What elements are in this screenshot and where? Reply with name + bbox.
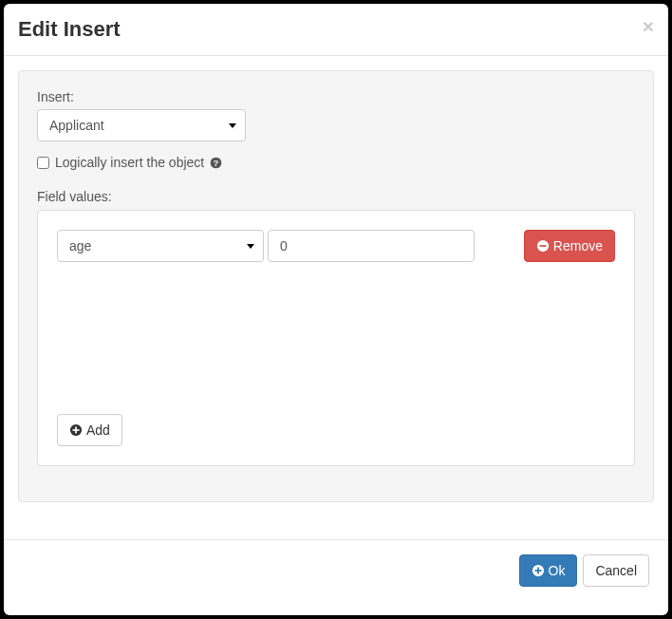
svg-rect-3 [539,245,546,247]
form-well: Insert: Applicant Logically insert the o… [18,70,654,502]
close-button[interactable]: × [643,16,654,36]
plus-circle-icon [69,423,83,437]
field-value-row: age Remove [57,230,615,262]
plus-circle-icon [532,564,545,577]
remove-button-label: Remove [553,236,603,255]
ok-button[interactable]: Ok [519,554,578,587]
field-value-input[interactable] [268,230,475,262]
insert-select[interactable]: Applicant [37,109,246,141]
remove-button[interactable]: Remove [524,230,615,262]
modal-title: Edit Insert [18,18,121,41]
field-values-label: Field values: [37,189,635,204]
modal-body: Insert: Applicant Logically insert the o… [4,56,668,539]
logical-insert-label: Logically insert the object [55,155,204,170]
cancel-button[interactable]: Cancel [583,554,649,587]
field-select-wrap: age [57,230,264,262]
add-button-label: Add [86,421,110,440]
logical-insert-row: Logically insert the object ? [37,155,635,170]
ok-button-label: Ok [549,561,566,580]
help-icon[interactable]: ? [210,157,222,169]
svg-rect-6 [75,427,77,434]
field-select[interactable]: age [57,230,264,262]
svg-text:?: ? [214,158,218,167]
modal-footer: Ok Cancel [4,539,668,615]
close-icon: × [643,15,654,37]
cancel-button-label: Cancel [595,561,637,580]
modal-header: Edit Insert × [4,4,668,56]
insert-select-wrap: Applicant [37,109,246,141]
logical-insert-checkbox[interactable] [37,157,49,169]
add-button[interactable]: Add [57,414,122,446]
add-area: Add [57,414,615,446]
minus-circle-icon [536,239,550,253]
insert-label: Insert: [37,89,635,104]
svg-rect-9 [537,568,539,574]
field-values-panel: age Remove [37,210,635,466]
modal-dialog: Edit Insert × Insert: Applicant Logicall… [4,4,668,615]
